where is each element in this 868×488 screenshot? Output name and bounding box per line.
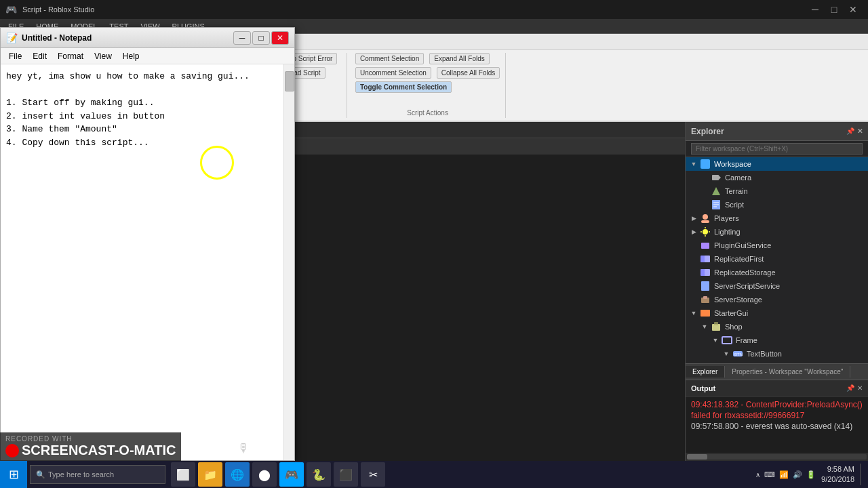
taskbar-show-desktop[interactable]	[860, 464, 863, 485]
taskbar-start-button[interactable]: ⊞	[0, 461, 27, 488]
notepad-maximize-button[interactable]: □	[252, 31, 270, 45]
notepad-menu-edit[interactable]: Edit	[27, 50, 52, 62]
output-scrollbar-track	[687, 454, 867, 460]
lighting-arrow[interactable]: ▶	[688, 228, 699, 235]
serverscriptservice-label: ServerScriptService	[714, 282, 780, 290]
notepad-textarea[interactable]: hey yt, ima show u how to make a saving …	[1, 64, 294, 460]
explorer-header: Explorer 📌 ✕	[686, 122, 868, 141]
taskbar-icon-roblox[interactable]: 🎮	[279, 462, 304, 487]
taskbar-up-arrow[interactable]: ∧	[755, 471, 760, 479]
tree-item-replicatedstorage[interactable]: ReplicatedStorage	[686, 266, 868, 279]
tree-item-script[interactable]: Script	[686, 198, 868, 211]
notepad-controls: ─ □ ✕	[233, 31, 289, 45]
explorer-tab[interactable]: Explorer	[686, 366, 725, 378]
notepad-menu-format[interactable]: Format	[52, 50, 89, 62]
tree-item-textbutton-1[interactable]: ▼ BTN TextButton	[686, 347, 868, 361]
mic-button[interactable]: 🎙	[237, 441, 250, 455]
tree-item-startergui[interactable]: ▼ StarterGui	[686, 306, 868, 320]
notepad-menu-view[interactable]: View	[89, 50, 117, 62]
notepad-scrollbar-thumb[interactable]	[285, 71, 294, 92]
startergui-arrow[interactable]: ▼	[688, 310, 699, 317]
taskbar-keyboard-icon[interactable]: ⌨	[764, 470, 775, 479]
players-arrow[interactable]: ▶	[688, 215, 699, 222]
tree-item-workspace[interactable]: ▼ Workspace	[686, 157, 868, 171]
taskbar-icon-filemgr[interactable]: 📁	[198, 462, 222, 487]
notepad-minimize-button[interactable]: ─	[233, 31, 251, 45]
explorer-filter	[686, 141, 868, 157]
lighting-label: Lighting	[714, 228, 741, 236]
workspace-icon	[699, 158, 711, 170]
taskbar-icon-snip[interactable]: ✂	[361, 462, 385, 487]
taskbar-clock: 9:58 AM 9/20/2018	[821, 464, 854, 485]
notepad-scrollbar[interactable]	[283, 64, 294, 460]
svg-text:BTN: BTN	[734, 352, 743, 357]
svg-rect-26	[701, 220, 709, 223]
taskbar-icon-chrome[interactable]: ⬤	[252, 462, 277, 487]
studio-minimize-button[interactable]: ─	[806, 0, 825, 19]
taskbar-icon-ie[interactable]: 🌐	[225, 462, 250, 487]
script-actions-content: Comment Selection Expand All Folds Uncom…	[355, 53, 500, 108]
tree-item-players[interactable]: ▶ Players	[686, 211, 868, 225]
tree-item-camera[interactable]: Camera	[686, 171, 868, 184]
taskbar-icon-taskview[interactable]: ⬜	[171, 462, 195, 487]
toggle-comment-button[interactable]: Toggle Comment Selection	[355, 81, 452, 93]
studio-close-button[interactable]: ✕	[844, 0, 863, 19]
script-label: Script	[725, 201, 744, 209]
taskbar-battery-icon[interactable]: 🔋	[806, 470, 816, 479]
tree-item-shop[interactable]: ▼ Shop	[686, 320, 868, 333]
workspace-arrow[interactable]: ▼	[688, 161, 699, 167]
svg-rect-18	[712, 175, 719, 180]
notepad-window: 📝 Untitled - Notepad ─ □ ✕ File Edit For…	[0, 27, 295, 461]
tree-item-frame[interactable]: ▼ Frame	[686, 333, 868, 347]
tree-item-serverscriptservice[interactable]: ServerScriptService	[686, 279, 868, 293]
textbutton1-arrow[interactable]: ▼	[721, 350, 732, 357]
tree-item-replicatedfirst[interactable]: ReplicatedFirst	[686, 252, 868, 266]
comment-selection-button[interactable]: Comment Selection	[355, 53, 424, 64]
notepad-content: hey yt, ima show u how to make a saving …	[1, 64, 294, 460]
studio-maximize-button[interactable]: □	[825, 0, 844, 19]
taskbar-volume-icon[interactable]: 🔊	[793, 470, 802, 479]
output-close-icon[interactable]: ✕	[857, 384, 863, 392]
explorer-filter-input[interactable]	[691, 143, 863, 155]
collapse-all-button[interactable]: Collapse All Folds	[437, 67, 500, 79]
taskbar-network-icon[interactable]: 📶	[779, 470, 789, 479]
taskbar-icon-snake[interactable]: 🐍	[307, 462, 331, 487]
output-header: Output 📌 ✕	[686, 380, 868, 396]
replicated-first-icon	[699, 253, 711, 265]
shop-label: Shop	[725, 323, 743, 331]
output-scrollbar-thumb[interactable]	[687, 454, 707, 460]
expand-all-button[interactable]: Expand All Folds	[429, 53, 490, 64]
svg-rect-40	[701, 310, 710, 317]
notepad-menu-file[interactable]: File	[3, 50, 27, 62]
svg-rect-34	[705, 256, 710, 262]
notepad-menu-help[interactable]: Help	[117, 50, 145, 62]
output-pin-icon[interactable]: 📌	[846, 384, 854, 392]
output-title: Output	[691, 384, 715, 392]
output-line-2: 09:57:58.800 - everest was auto-saved (x…	[691, 421, 863, 432]
taskbar-date: 9/20/2018	[821, 474, 854, 485]
svg-rect-43	[722, 337, 732, 344]
serverscript-icon	[699, 280, 711, 292]
tree-item-terrain[interactable]: Terrain	[686, 184, 868, 198]
explorer-close-icon[interactable]: ✕	[857, 127, 863, 135]
output-panel: Output 📌 ✕ 09:43:18.382 - ContentProvide…	[686, 380, 868, 461]
svg-point-25	[703, 214, 708, 220]
tree-item-pluginguiservice[interactable]: PluginGuiService	[686, 239, 868, 252]
frame-arrow[interactable]: ▼	[710, 337, 721, 344]
shop-arrow[interactable]: ▼	[699, 323, 710, 330]
tree-item-serverstorage[interactable]: ServerStorage	[686, 293, 868, 306]
output-content: 09:43:18.382 - ContentProvider:PreloadAs…	[686, 396, 868, 453]
tree-item-lighting[interactable]: ▶ Lighting	[686, 225, 868, 239]
notepad-titlebar: 📝 Untitled - Notepad ─ □ ✕	[1, 28, 294, 48]
studio-titlebar: 🎮 Script - Roblox Studio ─ □ ✕	[0, 0, 868, 19]
uncomment-selection-button[interactable]: Uncomment Selection	[355, 67, 431, 79]
notepad-title: Untitled - Notepad	[22, 33, 233, 43]
explorer-pin-icon[interactable]: 📌	[846, 127, 854, 135]
pluginguiservice-label: PluginGuiService	[714, 241, 771, 249]
properties-tab[interactable]: Properties - Workspace "Workspace"	[725, 366, 850, 378]
explorer-title: Explorer	[691, 127, 724, 136]
notepad-close-button[interactable]: ✕	[271, 31, 289, 45]
taskbar: ⊞ 🔍 Type here to search ⬜ 📁 🌐 ⬤ 🎮 🐍 ⬛ ✂ …	[0, 461, 868, 488]
taskbar-search[interactable]: 🔍 Type here to search	[30, 465, 165, 484]
taskbar-icon-app1[interactable]: ⬛	[334, 462, 358, 487]
